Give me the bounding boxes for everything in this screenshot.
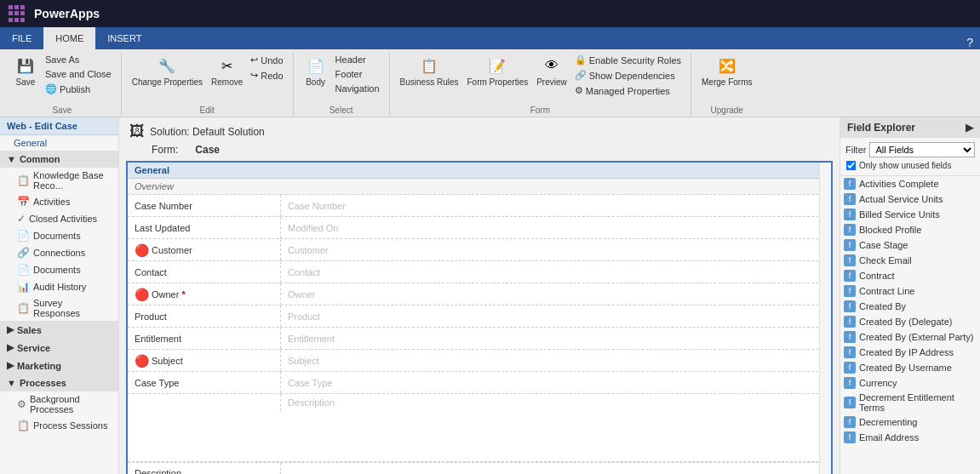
field-item[interactable]: fContract Line: [840, 283, 980, 299]
save-group-label: Save: [52, 106, 72, 117]
nav-section-sales[interactable]: ▶ Sales: [0, 321, 118, 339]
owner-field[interactable]: Owner: [281, 283, 831, 305]
nav-item-survey-responses[interactable]: 📋 Survey Responses: [0, 295, 118, 321]
redo-button[interactable]: ↪ Redo: [248, 68, 285, 83]
audit-label: Audit History: [33, 282, 86, 292]
canvas-scrollbar[interactable]: [819, 163, 831, 474]
enable-security-button[interactable]: 🔒 Enable Security Roles: [572, 53, 684, 67]
entitlement-field[interactable]: Entitlement: [281, 328, 831, 349]
nav-item-knowledge-base[interactable]: 📋 Knowledge Base Reco...: [0, 168, 118, 193]
field-type-icon: f: [844, 239, 856, 251]
field-item[interactable]: fActivities Complete: [840, 176, 980, 191]
subject-field[interactable]: Subject: [281, 350, 831, 371]
field-item[interactable]: fBlocked Profile: [840, 222, 980, 237]
nav-item-process-sessions[interactable]: 📋 Process Sessions: [0, 417, 118, 434]
nav-section-marketing[interactable]: ▶ Marketing: [0, 357, 118, 374]
field-item[interactable]: fCreated By IP Address: [840, 345, 980, 360]
documents-1-label: Documents: [33, 231, 81, 241]
documents-2-label: Documents: [33, 265, 81, 275]
nav-general-link[interactable]: General: [0, 135, 118, 151]
redo-icon: ↪: [250, 70, 258, 81]
field-item[interactable]: fActual Service Units: [840, 191, 980, 207]
field-type-icon: f: [844, 285, 856, 297]
description-field[interactable]: [281, 463, 831, 474]
save-as-button[interactable]: Save As: [43, 53, 114, 66]
publish-button[interactable]: 🌐 Publish: [43, 82, 114, 96]
body-icon: 📄: [306, 55, 326, 76]
save-and-close-button[interactable]: Save and Close: [43, 67, 114, 81]
footer-label: Footer: [335, 69, 363, 79]
nav-item-audit-history[interactable]: 📊 Audit History: [0, 278, 118, 295]
field-type-icon: f: [844, 254, 856, 266]
field-item[interactable]: fCreated By Username: [840, 360, 980, 375]
show-dependencies-button[interactable]: 🔗 Show Dependencies: [572, 68, 684, 83]
show-unused-checkbox[interactable]: [846, 161, 857, 171]
case-number-field[interactable]: Case Number: [281, 195, 831, 216]
body-button[interactable]: 📄 Body: [301, 53, 331, 89]
last-updated-field[interactable]: Modified On: [281, 217, 831, 238]
nav-item-documents-1[interactable]: 📄 Documents: [0, 227, 118, 244]
merge-forms-button[interactable]: 🔀 Merge Forms: [698, 53, 755, 89]
nav-section-service[interactable]: ▶ Service: [0, 339, 118, 357]
customer-field[interactable]: Customer: [281, 239, 831, 260]
form-row-case-number: Case Number Case Number: [128, 195, 831, 217]
footer-button[interactable]: Footer: [333, 67, 382, 81]
field-item[interactable]: fDecrementing: [840, 414, 980, 430]
field-item[interactable]: fBilled Service Units: [840, 207, 980, 222]
body-label: Body: [306, 77, 325, 87]
managed-properties-button[interactable]: ⚙ Managed Properties: [572, 83, 684, 98]
nav-item-activities[interactable]: 📅 Activities: [0, 193, 118, 210]
case-type-field[interactable]: Case Type: [281, 372, 831, 393]
field-type-icon: f: [844, 178, 856, 190]
last-updated-label: Last Updated: [128, 217, 281, 238]
preview-icon: 👁: [542, 55, 562, 76]
header-button[interactable]: Header: [333, 53, 382, 66]
nav-item-connections[interactable]: 🔗 Connections: [0, 244, 118, 261]
nav-section-processes[interactable]: ▼ Processes: [0, 374, 118, 391]
form-properties-button[interactable]: 📝 Form Properties: [464, 53, 532, 89]
tab-home[interactable]: HOME: [43, 27, 95, 49]
field-item[interactable]: fEmail Address: [840, 430, 980, 445]
preview-button[interactable]: 👁 Preview: [533, 53, 570, 89]
field-explorer-expand-icon[interactable]: ▶: [966, 122, 973, 134]
form-row-case-type: Case Type Case Type: [128, 372, 831, 394]
customer-label: 🔴 Customer: [128, 239, 281, 260]
product-field[interactable]: Product: [281, 306, 831, 327]
publish-label: Publish: [60, 84, 90, 94]
save-button[interactable]: 💾 Save: [10, 53, 41, 89]
field-item[interactable]: fCurrency: [840, 375, 980, 391]
subject-required-icon: 🔴: [135, 355, 149, 367]
field-type-icon: f: [844, 208, 856, 220]
tab-insert[interactable]: INSERT: [95, 27, 153, 49]
field-item[interactable]: fCreated By: [840, 299, 980, 314]
field-item[interactable]: fCheck Email: [840, 253, 980, 268]
ribbon-group-upgrade: 🔀 Merge Forms Upgrade: [691, 53, 762, 117]
change-properties-button[interactable]: 🔧 Change Properties: [129, 53, 206, 89]
nav-item-closed-activities[interactable]: ✓ Closed Activities: [0, 210, 118, 227]
left-nav: Web - Edit Case General ▼ Common 📋 Knowl…: [0, 117, 119, 474]
field-item[interactable]: fCase Stage: [840, 237, 980, 253]
marketing-label: Marketing: [17, 361, 61, 371]
field-item[interactable]: fCreated By (Delegate): [840, 314, 980, 329]
case-number-label: Case Number: [128, 195, 281, 216]
contact-field[interactable]: Contact: [281, 261, 831, 283]
nav-item-documents-2[interactable]: 📄 Documents: [0, 261, 118, 278]
undo-button[interactable]: ↩ Undo: [248, 53, 285, 67]
field-item[interactable]: fContract: [840, 268, 980, 283]
field-item[interactable]: fDecrement Entitlement Terms: [840, 391, 980, 414]
business-rules-label: Business Rules: [400, 77, 459, 87]
app-name: PowerApps: [34, 7, 100, 20]
field-type-icon: f: [844, 397, 856, 408]
field-item[interactable]: fCreated By (External Party): [840, 329, 980, 345]
remove-button[interactable]: ✂ Remove: [208, 53, 246, 89]
tab-file[interactable]: FILE: [0, 27, 43, 49]
redo-label: Redo: [261, 71, 283, 81]
nav-section-common[interactable]: ▼ Common: [0, 151, 118, 168]
form-row-owner: 🔴 Owner * Owner: [128, 283, 831, 306]
sales-label: Sales: [17, 325, 42, 335]
nav-item-background-processes[interactable]: ⚙ Background Processes: [0, 391, 118, 417]
navigation-button[interactable]: Navigation: [333, 82, 382, 95]
business-rules-button[interactable]: 📋 Business Rules: [397, 53, 462, 89]
help-icon[interactable]: ?: [966, 36, 973, 49]
filter-select[interactable]: All Fields: [869, 142, 975, 157]
